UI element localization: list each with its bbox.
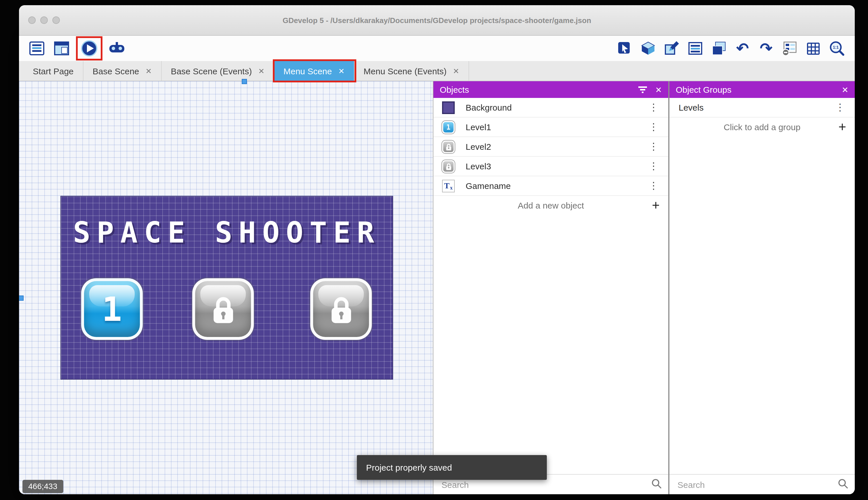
window-title: GDevelop 5 - /Users/dkarakay/Documents/G… [283, 16, 591, 24]
background-thumbnail-icon [442, 101, 455, 114]
close-tab-icon[interactable]: ✕ [258, 67, 265, 75]
plus-icon: + [838, 121, 846, 134]
add-new-object-button[interactable]: Add a new object + [433, 196, 668, 215]
object-groups-panel-header: Object Groups ✕ [669, 81, 855, 98]
svg-text:1:1: 1:1 [833, 45, 838, 49]
close-object-groups-panel-icon[interactable]: ✕ [842, 85, 848, 94]
toolbar-left-group [28, 38, 126, 59]
maximize-window-button[interactable] [52, 16, 60, 24]
minimize-window-button[interactable] [40, 16, 48, 24]
filter-icon[interactable] [638, 86, 647, 93]
scene-background-object[interactable]: SPACE SHOOTER 1 [60, 196, 393, 379]
objects-panel: Objects ✕ Background ⋮ [433, 81, 669, 494]
add-group-button[interactable]: Click to add a group + [669, 117, 855, 137]
close-window-button[interactable] [28, 16, 36, 24]
close-tab-icon[interactable]: ✕ [338, 67, 344, 75]
redo-icon[interactable]: ↷ [758, 40, 775, 57]
events-list-icon[interactable] [687, 40, 704, 57]
locked-thumbnail-icon [442, 159, 455, 173]
level1-button-object[interactable]: 1 [81, 278, 143, 340]
scene-title-text[interactable]: SPACE SHOOTER [61, 216, 392, 249]
group-row-levels[interactable]: Levels ⋮ [669, 98, 855, 117]
play-preview-icon[interactable] [81, 40, 98, 57]
plus-icon: + [652, 199, 660, 212]
undo-icon[interactable]: ↶ [734, 40, 751, 57]
object-menu-icon[interactable]: ⋮ [645, 122, 662, 132]
object-groups-panel-title: Object Groups [676, 85, 834, 94]
tab-menu-scene-events[interactable]: Menu Scene (Events) ✕ [354, 61, 469, 81]
objects-panel-header: Objects ✕ [433, 81, 668, 98]
object-row-level3[interactable]: Level3 ⋮ [433, 157, 668, 176]
close-tab-icon[interactable]: ✕ [453, 67, 459, 75]
toolbar-right-group: ↶ ↷ [616, 40, 846, 57]
instances-panel-icon[interactable] [781, 40, 798, 57]
lock-icon [326, 293, 356, 325]
groups-search-input[interactable] [676, 479, 833, 490]
editor-content: SPACE SHOOTER 1 [19, 81, 855, 494]
objects-panel-empty-area [433, 215, 668, 474]
scene-canvas[interactable]: SPACE SHOOTER 1 [19, 81, 433, 494]
objects-panel-title: Objects [440, 85, 631, 94]
tab-menu-scene[interactable]: Menu Scene ✕ [274, 61, 354, 81]
tab-start-page[interactable]: Start Page [24, 61, 83, 81]
groups-search-bar [669, 474, 855, 494]
level2-locked-button-object[interactable] [192, 278, 254, 340]
object-menu-icon[interactable]: ⋮ [645, 142, 662, 151]
object-menu-icon[interactable]: ⋮ [645, 161, 662, 171]
start-page-icon[interactable] [53, 40, 70, 57]
locked-thumbnail-icon [442, 140, 455, 154]
level1-thumbnail-icon: 1 [442, 120, 455, 134]
close-objects-panel-icon[interactable]: ✕ [655, 85, 662, 94]
object-groups-panel: Object Groups ✕ Levels ⋮ Click to add a … [669, 81, 855, 494]
search-icon [652, 478, 661, 490]
text-object-thumbnail-icon: Tx [442, 179, 455, 193]
object-row-level1[interactable]: 1 Level1 ⋮ [433, 117, 668, 137]
gdevelop-window: GDevelop 5 - /Users/dkarakay/Documents/G… [19, 5, 855, 494]
tab-base-scene[interactable]: Base Scene ✕ [83, 61, 162, 81]
screenshot-stage: GDevelop 5 - /Users/dkarakay/Documents/G… [0, 0, 868, 500]
object-row-background[interactable]: Background ⋮ [433, 98, 668, 117]
selection-handle-left[interactable] [19, 296, 24, 301]
object-row-level2[interactable]: Level2 ⋮ [433, 137, 668, 157]
layers-icon[interactable] [710, 40, 728, 57]
selection-handle-top[interactable] [242, 79, 247, 84]
selection-icon[interactable] [616, 40, 633, 57]
traffic-lights [28, 16, 60, 24]
toolbar: ↶ ↷ [19, 36, 855, 61]
tab-bar: Start Page Base Scene ✕ Base Scene (Even… [19, 61, 855, 81]
edit-scene-icon[interactable] [663, 40, 680, 57]
object-row-gamename[interactable]: Tx Gamename ⋮ [433, 176, 668, 196]
close-tab-icon[interactable]: ✕ [145, 67, 152, 75]
titlebar: GDevelop 5 - /Users/dkarakay/Documents/G… [19, 5, 855, 36]
tab-base-scene-events[interactable]: Base Scene (Events) ✕ [162, 61, 274, 81]
object-groups-empty-area [669, 137, 855, 474]
grid-icon[interactable] [805, 40, 822, 57]
level1-number: 1 [102, 289, 122, 329]
save-toast: Project properly saved [357, 455, 547, 480]
level3-locked-button-object[interactable] [310, 278, 372, 340]
search-icon [838, 478, 848, 490]
debugger-icon[interactable] [108, 40, 126, 57]
lock-icon [208, 293, 238, 325]
objects-search-input[interactable] [440, 479, 647, 490]
project-manager-icon[interactable] [28, 40, 46, 57]
box-3d-icon[interactable] [640, 40, 657, 57]
zoom-1-1-icon[interactable]: 1:1 [828, 40, 846, 57]
group-menu-icon[interactable]: ⋮ [831, 103, 849, 112]
cursor-coordinates: 466;433 [22, 480, 63, 493]
object-menu-icon[interactable]: ⋮ [645, 181, 662, 191]
play-button-annotation [78, 38, 101, 59]
object-menu-icon[interactable]: ⋮ [645, 103, 662, 112]
